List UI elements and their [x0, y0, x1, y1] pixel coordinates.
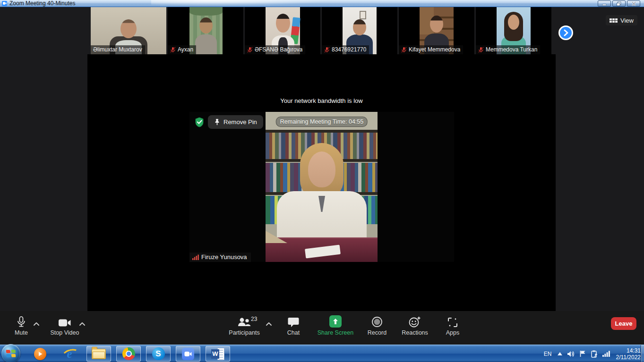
tray-time: 14:31 [616, 347, 641, 354]
participants-button[interactable]: Participants [225, 315, 264, 336]
stop-video-label: Stop Video [51, 329, 79, 336]
next-participants-page-button[interactable] [558, 25, 573, 40]
stop-video-button[interactable]: Stop Video [47, 315, 82, 336]
network-signal-icon[interactable] [602, 351, 610, 357]
participant-name: ƏFSANƏ Bağırova [255, 46, 302, 53]
word-icon: W [211, 348, 224, 360]
zoom-camera-icon [182, 348, 194, 360]
microphone-icon [17, 315, 26, 328]
participant-tile[interactable]: Əlimuxtar Muxtarov [91, 7, 166, 54]
taskbar-word-button[interactable]: W [206, 346, 230, 362]
action-center-flag-icon[interactable] [579, 350, 586, 357]
taskbar-explorer-button[interactable] [86, 346, 111, 362]
apps-label: Apps [446, 329, 460, 336]
taskbar-media-player-icon[interactable] [32, 346, 48, 361]
system-tray: EN 14:31 2/11/2022 [544, 345, 641, 362]
desktop-screen: Zoom Meeting 40-Minutes Your network ban… [0, 0, 644, 362]
participant-name-chip: Kifayet Memmedova [399, 45, 463, 54]
participants-options-chevron[interactable] [266, 322, 272, 326]
muted-mic-icon [401, 47, 407, 53]
share-screen-label: Share Screen [318, 329, 353, 336]
pinned-speaker-tile[interactable]: Remove Pin Remaining Meeting Time: 04:55… [189, 112, 454, 262]
remaining-time-pill: Remaining Meeting Time: 04:55 [276, 117, 368, 127]
volume-icon[interactable] [567, 351, 575, 357]
reactions-label: Reactions [402, 329, 428, 336]
network-quality-icon [192, 254, 199, 260]
taskbar-internet-explorer-icon[interactable]: e [61, 346, 77, 361]
record-button[interactable]: Record [363, 315, 391, 336]
participant-name-chip: Ayxan [168, 45, 196, 54]
reactions-smiley-icon [409, 315, 421, 328]
pinned-speaker-name-chip: Firuze Yunusova [189, 253, 251, 262]
chat-label: Chat [287, 329, 300, 336]
participant-tile[interactable]: Kifayet Memmedova [399, 7, 474, 54]
record-label: Record [368, 329, 386, 336]
gallery-view-icon [610, 18, 618, 23]
apps-icon [447, 315, 458, 328]
participants-count-badge: 23 [251, 316, 257, 322]
apps-button[interactable]: Apps [438, 315, 467, 336]
security-shield-icon[interactable] [195, 117, 204, 127]
remove-pin-label: Remove Pin [223, 118, 257, 126]
pinned-speaker-name: Firuze Yunusova [201, 253, 247, 261]
show-hidden-icons-button[interactable] [557, 352, 563, 356]
remaining-time-text: Remaining Meeting Time: 04:55 [280, 118, 363, 125]
participant-tile[interactable]: 83476921770 [322, 7, 397, 54]
show-desktop-button[interactable] [641, 345, 644, 362]
participant-name-chip: 83476921770 [322, 45, 369, 54]
close-button[interactable] [627, 0, 640, 7]
muted-mic-icon [247, 47, 253, 53]
participant-name-chip: Əlimuxtar Muxtarov [91, 45, 145, 54]
participant-tile[interactable]: Ayxan [168, 7, 243, 54]
muted-mic-icon [170, 47, 176, 53]
participant-name: 83476921770 [332, 46, 366, 53]
safely-remove-hardware-icon[interactable] [591, 350, 598, 358]
pinned-speaker-video [266, 112, 378, 262]
network-bandwidth-banner: Your network bandwidth is low [87, 97, 556, 104]
minimize-button[interactable] [598, 0, 611, 7]
share-screen-button[interactable]: Share Screen [315, 315, 356, 336]
muted-mic-icon [324, 47, 330, 53]
taskbar-skype-button[interactable]: S [146, 346, 171, 362]
skype-icon: S [152, 347, 165, 360]
mute-button[interactable]: Mute [8, 315, 35, 336]
leave-button[interactable]: Leave [611, 317, 636, 330]
tray-date: 2/11/2022 [616, 354, 641, 361]
participants-icon [237, 315, 251, 328]
language-indicator[interactable]: EN [544, 351, 552, 357]
taskbar-zoom-button[interactable] [176, 346, 200, 362]
participant-name: Kifayet Memmedova [409, 46, 460, 53]
participant-name: Memmedova Turkan [486, 46, 537, 53]
participant-name-chip: ƏFSANƏ Bağırova [245, 45, 305, 54]
window-titlebar: Zoom Meeting 40-Minutes [0, 0, 644, 7]
reactions-button[interactable]: Reactions [398, 315, 432, 336]
view-button[interactable]: View [606, 15, 637, 25]
windows-logo-icon [6, 350, 16, 358]
participant-name: Əlimuxtar Muxtarov [93, 46, 142, 53]
mute-options-chevron[interactable] [33, 322, 40, 326]
chat-bubble-icon [288, 315, 299, 328]
taskbar-clock[interactable]: 14:31 2/11/2022 [616, 347, 641, 361]
zoom-app-icon [2, 1, 7, 6]
pin-icon [214, 118, 220, 126]
chat-button[interactable]: Chat [279, 315, 308, 336]
start-button[interactable] [1, 344, 20, 362]
video-options-chevron[interactable] [79, 322, 86, 326]
participants-label: Participants [229, 329, 259, 336]
windows-taskbar: e S W EN [0, 345, 644, 362]
mute-label: Mute [15, 329, 28, 336]
participant-tile[interactable]: Memmedova Turkan [476, 7, 551, 54]
chrome-icon [122, 347, 135, 360]
restore-button[interactable] [612, 0, 626, 7]
view-button-label: View [620, 17, 634, 24]
record-icon [371, 315, 383, 328]
chevron-right-icon [563, 29, 569, 36]
participant-name: Ayxan [178, 46, 193, 53]
share-screen-icon [329, 315, 342, 328]
muted-mic-icon [478, 47, 484, 53]
taskbar-chrome-button[interactable] [116, 346, 141, 362]
participant-name-chip: Memmedova Turkan [476, 45, 540, 54]
remove-pin-button[interactable]: Remove Pin [208, 115, 263, 129]
participant-tile[interactable]: ƏFSANƏ Bağırova [245, 7, 320, 54]
folder-icon [92, 349, 106, 359]
